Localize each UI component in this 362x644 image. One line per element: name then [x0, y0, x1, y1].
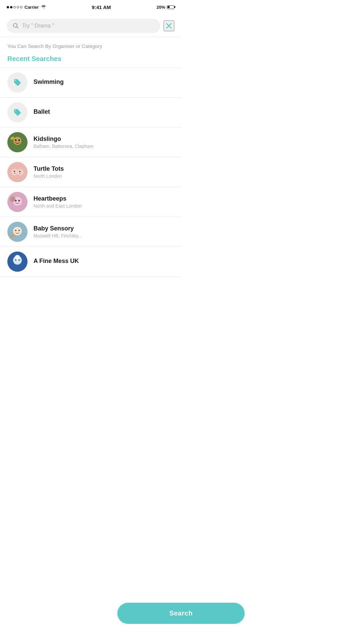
- svg-point-13: [19, 171, 20, 172]
- battery-percent: 20%: [157, 5, 165, 10]
- svg-point-11: [17, 169, 23, 175]
- signal-dot-4: [17, 6, 19, 8]
- item-title: Swimming: [34, 78, 174, 86]
- item-title: Heartbeeps: [34, 195, 174, 202]
- item-title: Ballet: [34, 108, 174, 115]
- item-subtitle: North and East London: [34, 203, 174, 209]
- status-bar: Carrier 9:41 AM 20%: [0, 0, 181, 13]
- svg-point-28: [18, 259, 20, 261]
- item-title: Kidslingo: [34, 136, 174, 143]
- item-info: Turtle Tots North London: [34, 165, 174, 179]
- avatar: [7, 192, 27, 212]
- hint-text: You Can Search By Organiser or Category: [0, 37, 181, 52]
- avatar: [7, 252, 27, 272]
- svg-point-18: [10, 197, 15, 202]
- svg-point-27: [15, 259, 16, 261]
- svg-point-17: [18, 200, 20, 202]
- item-info: Heartbeeps North and East London: [34, 195, 174, 209]
- avatar: [7, 162, 27, 182]
- svg-point-7: [18, 140, 20, 141]
- item-title: Turtle Tots: [34, 165, 174, 172]
- list-item[interactable]: Swimming: [0, 68, 181, 97]
- svg-point-12: [14, 171, 15, 172]
- avatar: [7, 102, 27, 122]
- item-info: Ballet: [34, 108, 174, 116]
- battery-icon: [167, 5, 174, 9]
- signal-dots: [7, 6, 22, 8]
- wifi-icon: [41, 4, 46, 10]
- avatar: [7, 72, 27, 93]
- svg-point-21: [15, 230, 16, 231]
- search-bar[interactable]: Try " Drama ": [7, 19, 160, 33]
- item-info: A Fine Mess UK: [34, 258, 174, 266]
- signal-dot-2: [10, 6, 12, 8]
- search-icon: [13, 23, 19, 29]
- list-item[interactable]: Turtle Tots North London: [0, 157, 181, 187]
- item-title: Baby Sensory: [34, 225, 174, 232]
- list-item[interactable]: A Fine Mess UK: [0, 247, 181, 276]
- svg-point-6: [15, 140, 17, 141]
- item-info: Kidslingo Balham, Battersea, Clapham: [34, 136, 174, 149]
- svg-point-20: [13, 227, 22, 235]
- svg-point-22: [18, 230, 20, 231]
- svg-point-5: [13, 137, 21, 145]
- item-subtitle: Muswell Hill, Finchley...: [34, 233, 174, 238]
- search-placeholder: Try " Drama ": [22, 23, 154, 29]
- item-info: Baby Sensory Muswell Hill, Finchley...: [34, 225, 174, 238]
- list-item[interactable]: Kidslingo Balham, Battersea, Clapham: [0, 127, 181, 157]
- signal-dot-3: [13, 6, 16, 8]
- list-item[interactable]: Heartbeeps North and East London: [0, 187, 181, 217]
- item-subtitle: Balham, Battersea, Clapham: [34, 144, 174, 149]
- close-button[interactable]: [164, 20, 174, 31]
- svg-line-1: [17, 27, 18, 29]
- avatar: [7, 222, 27, 242]
- signal-dot-5: [20, 6, 22, 8]
- svg-rect-23: [11, 234, 15, 237]
- carrier-label: Carrier: [24, 5, 39, 10]
- recent-searches-heading: Recent Searches: [0, 52, 181, 67]
- status-left: Carrier: [7, 4, 46, 10]
- signal-dot-1: [7, 6, 9, 8]
- item-info: Swimming: [34, 78, 174, 87]
- item-title: A Fine Mess UK: [34, 258, 174, 265]
- avatar: [7, 132, 27, 152]
- item-subtitle: North London: [34, 173, 174, 179]
- time-display: 9:41 AM: [92, 4, 111, 10]
- list-item[interactable]: Ballet: [0, 98, 181, 127]
- list-item[interactable]: Baby Sensory Muswell Hill, Finchley...: [0, 217, 181, 247]
- search-container: Try " Drama ": [0, 13, 181, 37]
- status-right: 20%: [157, 5, 174, 10]
